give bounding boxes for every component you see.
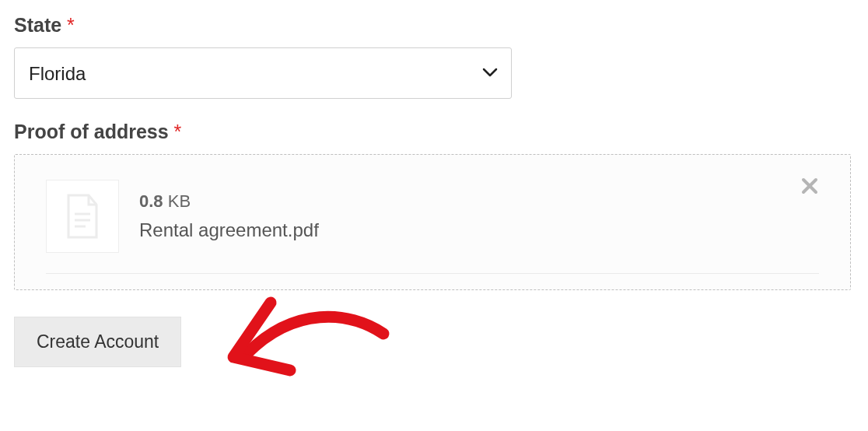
create-account-button[interactable]: Create Account: [14, 317, 181, 367]
state-select-wrap: Florida: [14, 47, 512, 99]
state-label: State *: [14, 14, 854, 37]
file-icon: [46, 180, 119, 253]
proof-of-address-field: Proof of address * 0.8 KB Rental agreeme…: [14, 121, 854, 290]
proof-label: Proof of address *: [14, 121, 854, 143]
state-select[interactable]: Florida: [14, 47, 512, 99]
close-icon: [800, 177, 819, 195]
file-name: Rental agreement.pdf: [139, 219, 819, 241]
file-size-unit: KB: [168, 191, 191, 211]
required-marker: *: [67, 14, 75, 36]
proof-label-text: Proof of address: [14, 121, 169, 142]
file-divider: [46, 273, 819, 274]
submit-row: Create Account: [14, 317, 854, 367]
required-marker: *: [174, 121, 182, 142]
file-size: 0.8 KB: [139, 191, 819, 212]
state-field: State * Florida: [14, 14, 854, 99]
file-row: 0.8 KB Rental agreement.pdf: [46, 180, 819, 253]
file-upload-dropzone[interactable]: 0.8 KB Rental agreement.pdf: [14, 154, 851, 290]
file-size-number: 0.8: [139, 191, 163, 211]
remove-file-button[interactable]: [800, 177, 819, 198]
file-meta: 0.8 KB Rental agreement.pdf: [139, 191, 819, 241]
state-label-text: State: [14, 14, 61, 36]
